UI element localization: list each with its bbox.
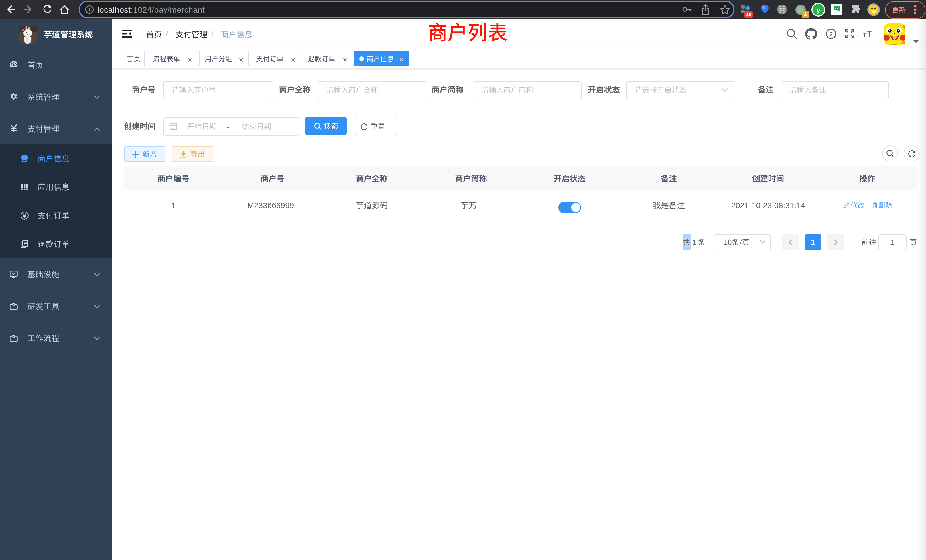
svg-text:y: y xyxy=(816,6,820,14)
svg-text:?: ? xyxy=(829,30,833,38)
